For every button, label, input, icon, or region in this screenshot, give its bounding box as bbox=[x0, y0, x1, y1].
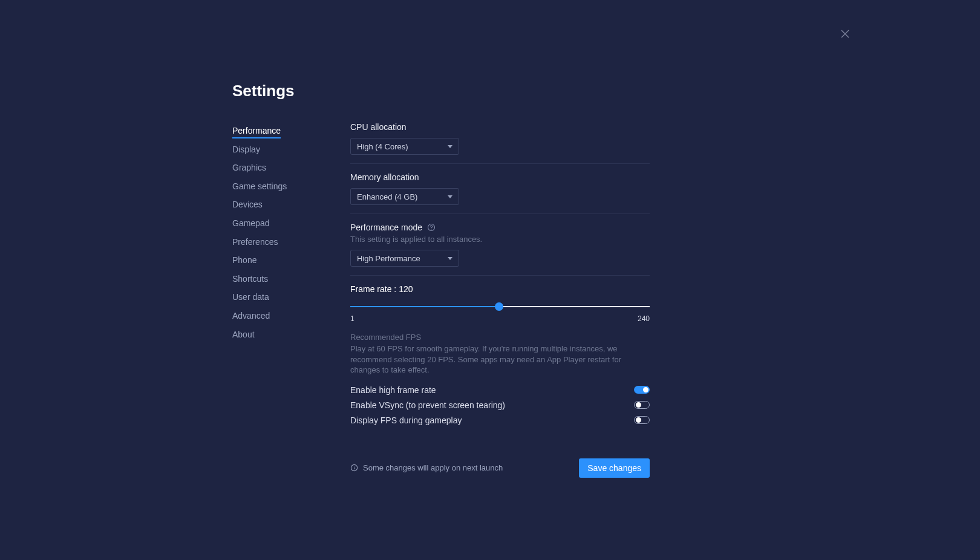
close-button[interactable] bbox=[840, 30, 850, 40]
display-fps-label: Display FPS during gameplay bbox=[350, 415, 462, 425]
close-icon bbox=[841, 30, 849, 41]
framerate-label: Frame rate : 120 bbox=[350, 284, 650, 294]
sidebar-item-label: Phone bbox=[232, 255, 256, 265]
notice-text: Some changes will apply on next launch bbox=[363, 463, 503, 472]
select-value: High (4 Cores) bbox=[357, 142, 408, 151]
toggle-knob bbox=[636, 402, 641, 408]
sidebar-item-label: Performance bbox=[232, 126, 281, 138]
memory-allocation-select[interactable]: Enhanced (4 GB) bbox=[350, 188, 459, 205]
slider-max: 240 bbox=[638, 314, 650, 323]
sidebar-item-devices[interactable]: Devices bbox=[232, 196, 350, 213]
sidebar-item-graphics[interactable]: Graphics bbox=[232, 159, 350, 176]
cpu-allocation-select[interactable]: High (4 Cores) bbox=[350, 138, 459, 155]
sidebar-item-label: Advanced bbox=[232, 311, 270, 321]
sidebar-item-shortcuts[interactable]: Shortcuts bbox=[232, 270, 350, 287]
enable-vsync-label: Enable VSync (to prevent screen tearing) bbox=[350, 400, 505, 410]
sidebar-item-advanced[interactable]: Advanced bbox=[232, 307, 350, 324]
recommended-fps-body: Play at 60 FPS for smooth gameplay. If y… bbox=[350, 343, 650, 376]
sidebar-item-game-settings[interactable]: Game settings bbox=[232, 178, 350, 195]
sidebar-item-label: Preferences bbox=[232, 237, 278, 247]
sidebar-item-label: Graphics bbox=[232, 163, 266, 172]
select-value: High Performance bbox=[357, 254, 420, 263]
performance-mode-label: Performance mode bbox=[350, 223, 650, 232]
performance-mode-sublabel: This setting is applied to all instances… bbox=[350, 235, 650, 244]
slider-thumb[interactable] bbox=[495, 302, 503, 311]
toggle-knob bbox=[636, 417, 641, 423]
framerate-label-prefix: Frame rate : bbox=[350, 284, 399, 294]
save-changes-button[interactable]: Save changes bbox=[579, 458, 650, 478]
select-value: Enhanced (4 GB) bbox=[357, 192, 417, 201]
cpu-allocation-label: CPU allocation bbox=[350, 122, 650, 132]
enable-high-framerate-label: Enable high frame rate bbox=[350, 385, 436, 395]
sidebar-item-label: Gamepad bbox=[232, 218, 269, 228]
enable-vsync-toggle[interactable] bbox=[634, 401, 650, 409]
sidebar-item-display[interactable]: Display bbox=[232, 141, 350, 158]
framerate-slider[interactable] bbox=[350, 301, 650, 312]
slider-fill bbox=[350, 306, 499, 307]
performance-mode-select[interactable]: High Performance bbox=[350, 250, 459, 267]
sidebar-item-performance[interactable]: Performance bbox=[232, 122, 350, 139]
recommended-fps-title: Recommended FPS bbox=[350, 333, 650, 342]
sidebar-item-phone[interactable]: Phone bbox=[232, 252, 350, 269]
sidebar-item-preferences[interactable]: Preferences bbox=[232, 233, 350, 250]
sidebar-item-label: Shortcuts bbox=[232, 274, 268, 284]
apply-on-launch-notice: Some changes will apply on next launch bbox=[350, 463, 503, 472]
caret-down-icon bbox=[448, 195, 452, 198]
svg-point-3 bbox=[431, 229, 432, 229]
help-icon[interactable] bbox=[427, 223, 436, 232]
caret-down-icon bbox=[448, 257, 452, 260]
sidebar-item-about[interactable]: About bbox=[232, 326, 350, 343]
performance-mode-label-text: Performance mode bbox=[350, 223, 422, 232]
sidebar-item-label: Game settings bbox=[232, 181, 287, 191]
sidebar-item-label: Devices bbox=[232, 200, 263, 209]
sidebar-item-label: User data bbox=[232, 292, 269, 302]
sidebar-item-label: About bbox=[232, 330, 255, 339]
enable-high-framerate-toggle[interactable] bbox=[634, 386, 650, 394]
svg-point-6 bbox=[354, 466, 354, 467]
caret-down-icon bbox=[448, 145, 452, 148]
info-icon bbox=[350, 464, 358, 472]
sidebar-item-gamepad[interactable]: Gamepad bbox=[232, 215, 350, 232]
memory-allocation-label: Memory allocation bbox=[350, 172, 650, 182]
toggle-knob bbox=[643, 387, 648, 392]
slider-min: 1 bbox=[350, 314, 354, 323]
sidebar-item-user-data[interactable]: User data bbox=[232, 288, 350, 305]
settings-sidebar: PerformanceDisplayGraphicsGame settingsD… bbox=[232, 122, 350, 478]
sidebar-item-label: Display bbox=[232, 145, 260, 154]
framerate-value: 120 bbox=[399, 284, 413, 294]
page-title: Settings bbox=[232, 82, 650, 100]
display-fps-toggle[interactable] bbox=[634, 416, 650, 424]
